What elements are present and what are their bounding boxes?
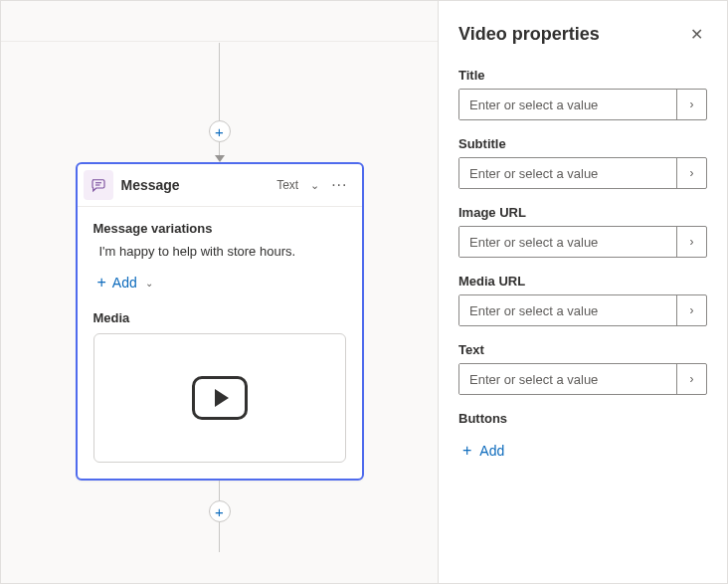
message-node[interactable]: Message Text ⌄ ··· Message variations I'… bbox=[76, 162, 364, 481]
text-input[interactable] bbox=[459, 364, 676, 394]
arrow-down-icon bbox=[215, 155, 225, 162]
properties-panel: Video properties ✕ Title › Subtitle › Im… bbox=[439, 1, 727, 583]
connector-line bbox=[219, 481, 220, 500]
message-type-label: Text bbox=[276, 178, 298, 192]
field-subtitle-label: Subtitle bbox=[458, 136, 707, 151]
connector-line bbox=[219, 142, 220, 156]
add-node-button[interactable]: + bbox=[209, 500, 231, 522]
close-panel-button[interactable]: ✕ bbox=[686, 21, 707, 48]
image-url-input[interactable] bbox=[459, 227, 676, 257]
field-title: Title › bbox=[458, 68, 707, 120]
title-input[interactable] bbox=[459, 90, 676, 119]
panel-title: Video properties bbox=[458, 24, 600, 45]
media-preview[interactable] bbox=[93, 333, 346, 463]
plus-icon: + bbox=[215, 123, 224, 140]
field-title-label: Title bbox=[458, 68, 707, 83]
video-play-icon bbox=[192, 376, 248, 420]
add-button-label: Add bbox=[479, 443, 504, 459]
image-url-picker-button[interactable]: › bbox=[676, 227, 706, 257]
subtitle-input[interactable] bbox=[459, 158, 676, 188]
message-node-body: Message variations I'm happy to help wit… bbox=[78, 207, 362, 479]
field-text: Text › bbox=[458, 342, 707, 395]
type-dropdown[interactable]: ⌄ bbox=[310, 179, 319, 192]
field-image-url: Image URL › bbox=[458, 205, 707, 258]
add-variation-label: Add bbox=[112, 275, 137, 291]
chevron-down-icon: ⌄ bbox=[145, 278, 153, 289]
chevron-right-icon: › bbox=[690, 303, 694, 317]
field-subtitle: Subtitle › bbox=[458, 136, 707, 189]
plus-icon: + bbox=[215, 503, 224, 520]
plus-icon: + bbox=[97, 275, 106, 291]
message-node-header: Message Text ⌄ ··· bbox=[78, 164, 362, 207]
flow-canvas: + Message Text ⌄ ··· Message vari bbox=[1, 1, 439, 583]
chevron-right-icon: › bbox=[690, 372, 694, 386]
field-text-label: Text bbox=[458, 342, 707, 357]
variation-text[interactable]: I'm happy to help with store hours. bbox=[99, 244, 346, 259]
connector-line bbox=[219, 522, 220, 552]
media-url-input[interactable] bbox=[459, 295, 676, 325]
add-variation-button[interactable]: + Add ⌄ bbox=[93, 273, 157, 292]
connector-line bbox=[219, 43, 220, 120]
field-media-url-label: Media URL bbox=[458, 274, 707, 289]
field-image-url-label: Image URL bbox=[458, 205, 707, 220]
text-picker-button[interactable]: › bbox=[676, 364, 706, 394]
canvas-divider bbox=[1, 41, 438, 42]
add-node-button[interactable]: + bbox=[209, 120, 231, 142]
variations-label: Message variations bbox=[93, 221, 346, 236]
subtitle-picker-button[interactable]: › bbox=[676, 158, 706, 188]
chevron-right-icon: › bbox=[690, 97, 694, 111]
node-more-menu[interactable]: ··· bbox=[327, 176, 351, 194]
chevron-right-icon: › bbox=[690, 166, 694, 180]
message-icon bbox=[84, 170, 113, 200]
field-buttons: Buttons + Add bbox=[458, 411, 707, 466]
close-icon: ✕ bbox=[690, 26, 703, 43]
plus-icon: + bbox=[462, 442, 471, 460]
add-button-button[interactable]: + Add bbox=[458, 436, 508, 466]
media-url-picker-button[interactable]: › bbox=[676, 295, 706, 325]
title-picker-button[interactable]: › bbox=[676, 90, 706, 119]
message-node-title: Message bbox=[121, 177, 270, 193]
field-media-url: Media URL › bbox=[458, 274, 707, 326]
field-buttons-label: Buttons bbox=[458, 411, 707, 426]
chevron-right-icon: › bbox=[690, 235, 694, 249]
panel-header: Video properties ✕ bbox=[458, 21, 707, 48]
media-label: Media bbox=[93, 310, 346, 325]
